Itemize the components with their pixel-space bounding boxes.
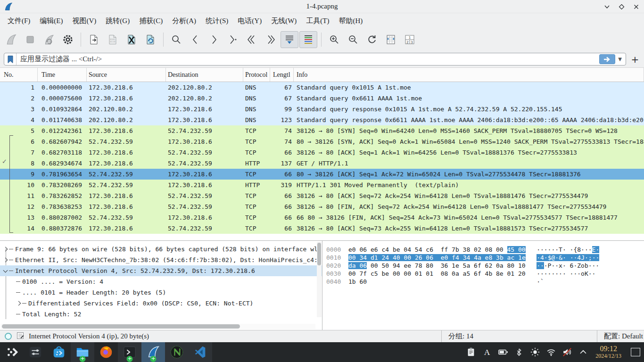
detail-line-5[interactable]: Differentiated Services Field: 0x00 (DSC… [0, 298, 322, 309]
filter-bookmark-icon[interactable] [4, 53, 17, 65]
menu-item-8[interactable]: 无线(W) [266, 15, 301, 27]
auto-scroll-button[interactable] [281, 31, 298, 48]
hex-row-0010[interactable]: 0010 00 34 d1 24 40 00 26 06 e0 f4 34 4a… [326, 254, 644, 262]
packet-row-6[interactable]: 60.68260794252.74.232.59172.30.218.6TCP7… [0, 136, 644, 147]
column-header-info[interactable]: Info [294, 68, 644, 82]
hex-row-0040[interactable]: 0040 1b 60 ·` [326, 278, 644, 286]
capture-options-button[interactable] [59, 31, 77, 48]
clipboard-icon[interactable] [464, 346, 478, 359]
show-desktop-button[interactable] [631, 348, 640, 356]
add-filter-button[interactable]: + [630, 54, 640, 65]
cell-proto: DNS [243, 115, 270, 125]
detail-line-0[interactable]: Frame 9: 66 bytes on wire (528 bits), 66… [0, 244, 322, 255]
clock[interactable]: 09:12 2024/12/13 [595, 345, 621, 359]
detail-line-4[interactable]: .... 0101 = Header Length: 20 bytes (5) [0, 287, 322, 298]
bluetooth-icon[interactable] [512, 346, 526, 359]
detail-line-2[interactable]: Internet Protocol Version 4, Src: 52.74.… [0, 265, 322, 276]
packet-row-12[interactable]: 120.783638253172.30.218.652.74.232.59TCP… [0, 201, 644, 212]
details-vertical-scrollbar[interactable] [317, 242, 322, 317]
hex-row-0020[interactable]: 0020 da 06 00 50 94 ee 78 80 36 1e 5a 6f… [326, 262, 644, 270]
menu-item-5[interactable]: 分析(A) [167, 15, 201, 27]
taskbar-app-launcher[interactable] [0, 342, 24, 362]
display-filter-input[interactable] [17, 55, 599, 63]
wifi-icon[interactable] [545, 346, 558, 359]
menu-item-7[interactable]: 电话(Y) [233, 15, 266, 27]
menu-item-4[interactable]: 捕获(C) [134, 15, 167, 27]
zoom-in-button[interactable] [325, 31, 343, 48]
zoom-reset-button[interactable] [363, 31, 381, 48]
menu-item-10[interactable]: 帮助(H) [334, 15, 367, 27]
hex-row-0000[interactable]: 0000 e0 06 e6 c4 be 04 54 c6 ff 7b 38 02… [326, 246, 644, 254]
taskbar-discover-store[interactable] [47, 342, 71, 362]
taskbar-file-manager[interactable]: + [71, 342, 94, 362]
apply-filter-button[interactable] [599, 54, 615, 64]
detail-line-6[interactable]: Total Length: 52 [0, 309, 322, 320]
profile-indicator[interactable]: 配置: Default [597, 330, 644, 342]
column-header-source[interactable]: Source [87, 68, 166, 82]
chevron-up-icon[interactable] [577, 346, 590, 359]
packet-row-3[interactable]: 30.010932864202.120.80.2172.30.218.6DNS9… [0, 104, 644, 115]
menu-item-9[interactable]: 工具(T) [301, 15, 334, 27]
close-button[interactable] [633, 4, 639, 10]
packet-row-4[interactable]: 40.011740638202.120.80.2172.30.218.6DNS1… [0, 115, 644, 125]
volume-muted-icon[interactable] [561, 346, 574, 359]
input-method-icon[interactable]: A [480, 346, 494, 359]
packet-row-2[interactable]: 20.000075600172.30.218.6202.120.80.2DNS6… [0, 93, 644, 104]
menu-item-6[interactable]: 统计(S) [201, 15, 233, 27]
column-header-destination[interactable]: Destination [166, 68, 243, 82]
column-header-protocol[interactable]: Protocol [243, 68, 270, 82]
column-header-time[interactable]: Time [38, 68, 87, 82]
go-last-button[interactable] [262, 31, 280, 48]
go-forward-button[interactable] [205, 31, 223, 48]
taskbar-neovim[interactable] [165, 342, 189, 362]
packet-row-9[interactable]: 90.78196365452.74.232.59172.30.218.6TCP6… [0, 169, 644, 180]
normal-size-button[interactable]: 123 [401, 31, 419, 48]
taskbar-wireshark[interactable]: + [141, 342, 165, 362]
minimize-button[interactable] [604, 4, 610, 10]
packet-row-7[interactable]: 70.682703118172.30.218.652.74.232.59TCP6… [0, 147, 644, 158]
collapse-icon[interactable] [3, 268, 8, 272]
go-first-button[interactable] [243, 31, 261, 48]
expand-icon[interactable] [3, 258, 8, 263]
detail-line-3[interactable]: 0100 .... = Version: 4 [0, 276, 322, 287]
zoom-out-button[interactable] [344, 31, 362, 48]
colorize-button[interactable] [299, 31, 317, 48]
go-back-button[interactable] [186, 31, 204, 48]
find-packet-button[interactable] [167, 31, 185, 48]
taskbar-firefox[interactable] [94, 342, 118, 362]
maximize-button[interactable] [619, 4, 625, 10]
taskbar-terminal[interactable]: + [118, 342, 141, 362]
menu-item-1[interactable]: 编辑(E) [35, 15, 67, 27]
packet-row-10[interactable]: 100.78320826952.74.232.59172.30.218.6HTT… [0, 180, 644, 190]
details-horizontal-scrollbar[interactable] [1, 324, 315, 329]
menu-item-3[interactable]: 跳转(G) [101, 15, 134, 27]
column-header-lengtl[interactable]: Lengtl [270, 68, 294, 82]
go-to-packet-button[interactable] [224, 31, 242, 48]
packet-row-14[interactable]: 140.880372876172.30.218.652.74.232.59TCP… [0, 223, 644, 234]
packet-row-1[interactable]: 10.000000000172.30.218.6202.120.80.2DNS6… [0, 82, 644, 93]
expert-info-icon[interactable] [5, 333, 12, 340]
packet-row-11[interactable]: 110.783262852172.30.218.652.74.232.59TCP… [0, 190, 644, 201]
menu-item-0[interactable]: 文件(F) [3, 15, 35, 27]
packet-row-5[interactable]: 50.012242361172.30.218.652.74.232.59TCP7… [0, 125, 644, 136]
open-file-button[interactable] [85, 31, 103, 48]
menu-item-2[interactable]: 视图(V) [68, 15, 101, 27]
expand-icon[interactable] [17, 301, 21, 306]
brightness-icon[interactable] [528, 346, 542, 359]
cell-info: Standard query 0x1015 A 1st.moe [294, 82, 644, 93]
packet-row-8[interactable]: 80.682934674172.30.218.652.74.232.59HTTP… [0, 158, 644, 169]
taskbar-system-settings[interactable] [24, 342, 47, 362]
column-header-no[interactable]: No. [0, 68, 38, 82]
filter-dropdown-caret[interactable]: ▼ [616, 57, 624, 62]
close-file-button[interactable] [123, 31, 140, 48]
expand-icon[interactable] [3, 247, 8, 252]
detail-line-1[interactable]: Ethernet II, Src: NewH3CTechno_7b:38:02 … [0, 255, 322, 265]
hex-row-0030[interactable]: 0030 00 7f c5 be 00 00 01 01 08 0a a5 6f… [326, 270, 644, 278]
battery-icon[interactable] [496, 346, 510, 359]
display-filter-box[interactable]: ▼ [4, 53, 626, 66]
taskbar-vscode[interactable] [189, 342, 212, 362]
capture-comment-icon[interactable] [17, 332, 24, 341]
packet-row-13[interactable]: 130.88028700252.74.232.59172.30.218.6TCP… [0, 212, 644, 223]
resize-columns-button[interactable] [382, 31, 400, 48]
reload-file-button[interactable] [141, 31, 159, 48]
